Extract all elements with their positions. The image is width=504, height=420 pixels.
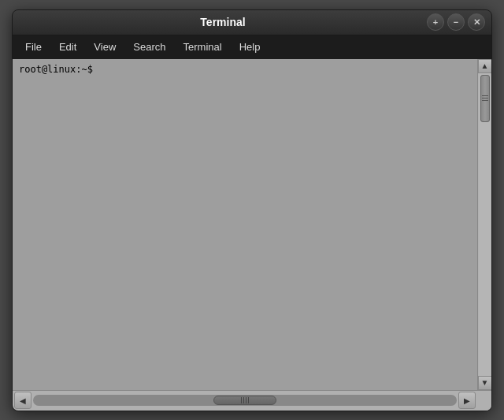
- menu-view[interactable]: View: [86, 38, 124, 56]
- window-title: Terminal: [200, 16, 245, 28]
- terminal-window: Terminal + − ✕ File Edit View Search Ter…: [12, 9, 492, 411]
- h-grip-1: [241, 397, 242, 403]
- h-grip-2: [243, 397, 244, 403]
- minimize-button[interactable]: −: [447, 13, 465, 31]
- scroll-thumb-vertical[interactable]: [480, 75, 490, 122]
- menu-file[interactable]: File: [17, 38, 50, 56]
- scroll-down-arrow[interactable]: ▼: [478, 376, 492, 390]
- title-bar: Terminal + − ✕: [13, 10, 491, 35]
- horizontal-scrollbar[interactable]: ◀ ▶: [13, 391, 477, 411]
- scroll-track-vertical[interactable]: [479, 73, 491, 376]
- thumb-grip-2: [482, 98, 488, 98]
- menu-help[interactable]: Help: [232, 38, 269, 56]
- scroll-up-arrow[interactable]: ▲: [478, 59, 492, 73]
- content-area: root@linux:~$ ▲ ▼: [13, 59, 491, 390]
- menu-search[interactable]: Search: [125, 38, 173, 56]
- thumb-grip-1: [482, 95, 488, 96]
- thumb-grip-3: [482, 100, 488, 101]
- h-grip-3: [246, 397, 246, 403]
- close-button[interactable]: ✕: [468, 13, 485, 31]
- bottom-scrollbar-area: ◀ ▶: [13, 390, 491, 411]
- add-button[interactable]: +: [427, 13, 444, 31]
- menu-edit[interactable]: Edit: [51, 38, 84, 56]
- scroll-right-arrow[interactable]: ▶: [458, 392, 476, 409]
- window-controls: + − ✕: [427, 13, 485, 31]
- scrollbar-corner: [477, 391, 491, 411]
- h-grip-4: [248, 397, 249, 403]
- scroll-track-horizontal[interactable]: [33, 395, 457, 406]
- vertical-scrollbar[interactable]: ▲ ▼: [477, 59, 491, 390]
- terminal-prompt: root@linux:~$: [19, 64, 93, 75]
- scroll-thumb-horizontal[interactable]: [213, 396, 276, 405]
- menu-terminal[interactable]: Terminal: [176, 38, 230, 56]
- menu-bar: File Edit View Search Terminal Help: [13, 35, 491, 59]
- terminal-area[interactable]: root@linux:~$: [13, 59, 477, 390]
- terminal-output: root@linux:~$: [13, 59, 477, 390]
- scroll-left-arrow[interactable]: ◀: [14, 392, 32, 409]
